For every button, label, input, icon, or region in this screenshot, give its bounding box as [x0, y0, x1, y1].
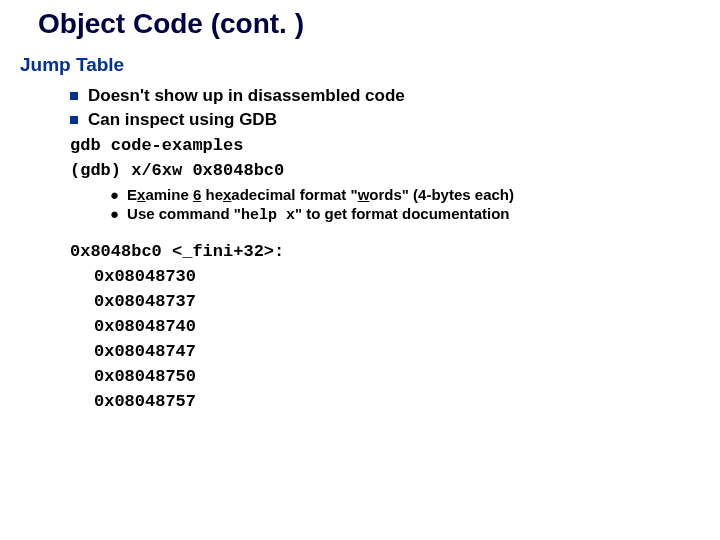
- slide: Object Code (cont. ) Jump Table Doesn't …: [0, 0, 720, 411]
- dump-value: 0x08048737: [94, 292, 700, 311]
- bullet-item: Doesn't show up in disassembled code: [70, 86, 700, 106]
- sub-bullet-text: Use command "help x" to get format docum…: [127, 205, 509, 224]
- dump-value: 0x08048750: [94, 367, 700, 386]
- dump-value: 0x08048757: [94, 392, 700, 411]
- dump-value: 0x08048747: [94, 342, 700, 361]
- text-underline: w: [358, 186, 370, 203]
- code-line: gdb code-examples: [70, 136, 700, 155]
- dot-bullet-icon: ●: [110, 187, 119, 202]
- dot-bullet-icon: ●: [110, 206, 119, 221]
- dump-value: 0x08048740: [94, 317, 700, 336]
- slide-title: Object Code (cont. ): [38, 8, 700, 40]
- code-inline: help x: [241, 207, 295, 224]
- text-fragment: Use command ": [127, 205, 241, 222]
- text-fragment: he: [201, 186, 223, 203]
- text-fragment: ords" (4-bytes each): [369, 186, 514, 203]
- sub-bullet-item: ● Examine 6 hexadecimal format "words" (…: [110, 186, 700, 203]
- text-fragment: amine: [145, 186, 193, 203]
- bullet-text: Can inspect using GDB: [88, 110, 277, 130]
- code-line: (gdb) x/6xw 0x8048bc0: [70, 161, 700, 180]
- square-bullet-icon: [70, 92, 78, 100]
- memory-dump: 0x8048bc0 <_fini+32>: 0x08048730 0x08048…: [70, 242, 700, 411]
- dump-value: 0x08048730: [94, 267, 700, 286]
- text-fragment: " to get format documentation: [295, 205, 510, 222]
- bullet-text: Doesn't show up in disassembled code: [88, 86, 405, 106]
- bullet-item: Can inspect using GDB: [70, 110, 700, 130]
- sub-bullet-text: Examine 6 hexadecimal format "words" (4-…: [127, 186, 514, 203]
- sub-bullet-list: ● Examine 6 hexadecimal format "words" (…: [110, 186, 700, 224]
- square-bullet-icon: [70, 116, 78, 124]
- text-fragment: E: [127, 186, 137, 203]
- sub-bullet-item: ● Use command "help x" to get format doc…: [110, 205, 700, 224]
- dump-header: 0x8048bc0 <_fini+32>:: [70, 242, 700, 261]
- bullet-list: Doesn't show up in disassembled code Can…: [70, 86, 700, 130]
- text-fragment: adecimal format ": [231, 186, 357, 203]
- section-heading: Jump Table: [20, 54, 700, 76]
